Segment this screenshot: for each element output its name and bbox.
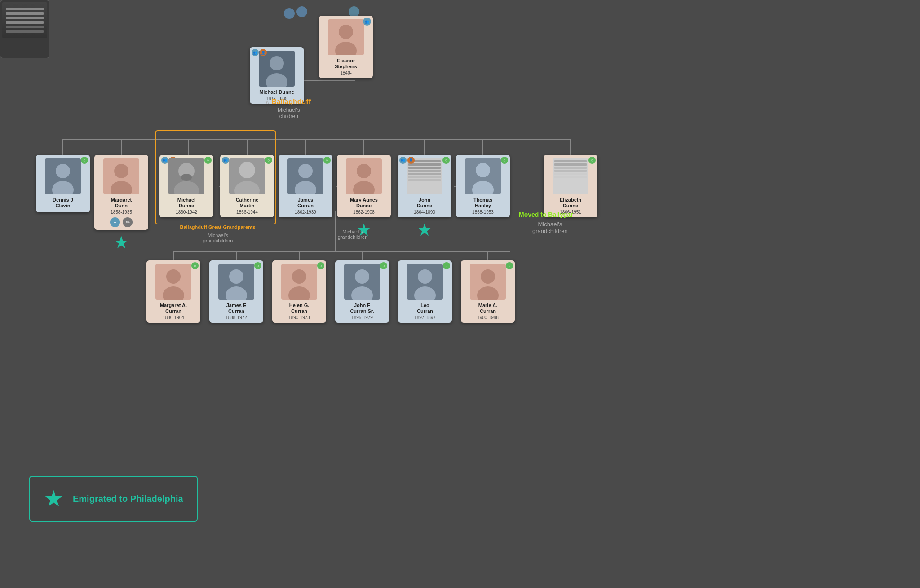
thomas-name: ThomasHanley [473,197,492,209]
add-person-button[interactable]: + [110,217,120,227]
catherine-martin-card[interactable]: 👥 ○ CatherineMartin 1866-1944 [220,155,274,217]
svg-point-72 [481,269,495,284]
marie-a-curran-card[interactable]: ○ Marie A.Curran 1900-1988 [461,260,515,323]
james-e-curran-card[interactable]: ○ James ECurran 1888-1972 [209,260,263,323]
margaret-dunn-card[interactable]: MargaretDunn 1858-1935 + ✏ ★ [94,155,148,230]
chevron-up-icon: ∧ [265,98,270,105]
john-f-dates: 1895-1979 [351,315,373,320]
people-icon-m2: 👥 [161,157,168,164]
svg-point-54 [476,163,490,177]
marie-badge: ○ [506,262,513,269]
leo-dates: 1897-1897 [414,315,436,320]
james-curran-card[interactable]: ○ JamesCurran 1862-1939 [279,155,332,217]
leo-name: LeoCurran [417,303,433,314]
michaels-children-label: Michael'schildren [278,107,300,119]
eleanor-stephens-root[interactable]: 👥 EleanorStephens 1840- [319,16,373,78]
people-icon-c: 👥 [222,157,229,164]
john-top-icons: 👥 👤 [399,157,415,164]
svg-point-32 [339,25,353,39]
margaret-a-avatar [155,264,191,300]
svg-point-66 [355,269,369,284]
svg-point-35 [56,164,70,178]
svg-point-29 [270,56,284,70]
john-dunne-card[interactable]: 👥 👤 ○ JohnDunne 1864-1890 ★ [398,155,451,217]
leo-curran-card[interactable]: ○ LeoCurran 1897-1897 [398,260,452,323]
thomas-dates: 1868-1953 [472,210,494,215]
margaret-star: ★ [114,233,129,252]
james-e-badge: ○ [254,262,261,269]
michael2-name: MichaelDunne [177,197,195,209]
legend-text: Emigrated to Philadelphia [73,494,183,504]
michaels-grandchildren-label-left: Michael'sgrandchildren [166,233,270,243]
dennis-avatar [45,158,81,194]
margaret-a-curran-card[interactable]: ○ Margaret A.Curran 1886-1964 [146,260,200,323]
mary-agnes-dates: 1862-1908 [353,210,375,215]
svg-point-51 [357,164,371,178]
elizabeth-name: ElizabethDunne [560,197,581,209]
eleanor-dates: 1840- [340,70,352,75]
avatar-icon-john: 👤 [407,157,415,164]
michael2-dates: 1860-1942 [176,210,197,215]
john-f-name: John FCurran Sr. [350,303,374,314]
helen-g-curran-card[interactable]: ○ Helen G.Curran 1890-1973 [272,260,326,323]
helen-name: Helen G.Curran [289,303,310,314]
elizabeth-doc [553,158,588,194]
svg-point-43 [181,174,192,181]
margaret-a-dates: 1886-1964 [163,315,184,320]
margaret-dunn-dates: 1858-1935 [111,210,132,215]
svg-point-60 [229,269,243,284]
marie-avatar [470,264,506,300]
legend-box: ★ Emigrated to Philadelphia [29,476,198,522]
margaret-dunn-name: MargaretDunn [111,197,132,209]
avatar-icon: 👤 [260,49,267,56]
michael-avatar [259,51,295,87]
margaret-a-name: Margaret A.Curran [160,303,187,314]
john-dunne-star: ★ [417,220,432,240]
svg-point-24 [284,8,295,19]
great-gp-label: Ballaghduff Great-Grandparents [158,224,277,230]
svg-point-57 [166,269,181,284]
catherine-photo [229,158,265,194]
dennis-clavin-card[interactable]: ○ Dennis JClavin [36,155,90,212]
ballaghduff-label: Ballaghduff [271,98,311,106]
eleanor-name: EleanorStephens [335,58,357,70]
mary-agnes-avatar [346,158,382,194]
john-dunne-doc [407,158,442,194]
card-icons-top: 👥 👤 [252,49,267,56]
svg-point-48 [298,164,313,178]
marie-name: Marie A.Curran [478,303,497,314]
thomas-hanley-card[interactable]: ○ ThomasHanley 1868-1953 [456,155,510,217]
james-curran-badge: ○ [323,157,331,164]
thomas-photo [465,158,501,194]
margaret-dunn-avatar [103,158,139,194]
michael-dunne-root[interactable]: 👥 👤 Michael Dunne 1817-1885 [250,47,304,104]
svg-point-69 [418,269,432,284]
james-e-dates: 1888-1972 [226,315,247,320]
michael-doc-card[interactable] [0,0,49,58]
catherine-badge: ○ [265,157,272,164]
michael2-badge: ○ [204,157,212,164]
edit-person-button[interactable]: ✏ [123,217,133,227]
mary-agnes-name: Mary AgnesDunne [350,197,378,209]
john-f-curran-card[interactable]: ○ John FCurran Sr. 1895-1979 [335,260,389,323]
people-icon-eleanor: 👥 [363,18,371,26]
elizabeth-dunne-card[interactable]: ○ ElizabethDunne 1866-1951 [544,155,597,217]
james-e-avatar [218,264,254,300]
eleanor-avatar [328,19,364,55]
michael2-photo [168,158,204,194]
card-badge: 👥 [363,18,371,26]
margaret-a-badge: ○ [191,262,199,269]
helen-badge: ○ [317,262,324,269]
leo-badge: ○ [443,262,450,269]
elizabeth-badge: ○ [588,157,596,164]
mary-agnes-card[interactable]: Mary AgnesDunne 1862-1908 ★ [337,155,391,217]
james-curran-avatar [288,158,323,194]
john-dunne-dates: 1864-1890 [414,210,435,215]
michaels-grandchildren-label-right: Michael'sgrandchildren [532,221,568,234]
people-icon: 👥 [252,49,259,56]
svg-point-45 [239,162,255,178]
svg-point-38 [114,164,128,178]
svg-point-63 [292,269,306,284]
dennis-badge: ○ [81,157,88,164]
michael-dunne-2-card[interactable]: 👥 👤 ○ MichaelDunne 1860-1942 [159,155,213,217]
